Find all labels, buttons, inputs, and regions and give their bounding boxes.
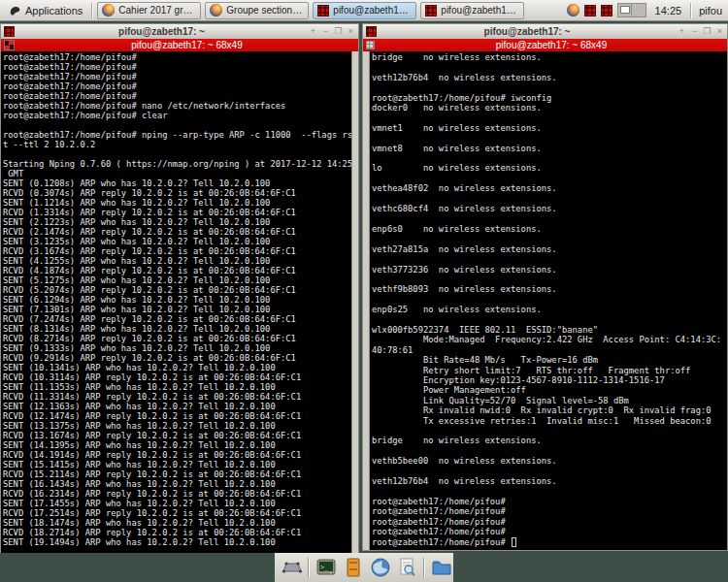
web-browser-icon[interactable] [369, 557, 391, 579]
dock-separator [423, 558, 425, 577]
dock-separator [308, 558, 310, 577]
app-icon [366, 41, 375, 49]
workspace-1[interactable] [618, 4, 633, 16]
terminal-output-right[interactable]: bridge no wireless extensions. veth12b76… [370, 51, 727, 548]
terminal-window-right: pifou@zabeth17: ~ + − ❐ × pifou@zabeth17… [362, 23, 728, 551]
task-button-cahier[interactable]: Cahier 2017 groupe n°3 ... [97, 2, 201, 19]
terminal-icon [425, 5, 437, 16]
titlebar-right[interactable]: pifou@zabeth17: ~ + − ❐ × [363, 24, 727, 39]
show-desktop-icon[interactable] [281, 557, 303, 579]
terminal-tray-icon[interactable] [584, 5, 596, 16]
applications-menu-label: Applications [25, 5, 83, 16]
document-viewer-icon[interactable] [396, 557, 418, 579]
titlebar-left[interactable]: pifou@zabeth17: ~ + − ❐ × [1, 24, 358, 39]
terminal-tab-bar-left: pifou@zabeth17: ~ 68x49 [1, 39, 358, 51]
applications-menu[interactable]: Applications [4, 3, 87, 17]
maximize-button[interactable]: ❐ [334, 27, 343, 36]
terminal-tab-label: pifou@zabeth17: ~ 68x49 [18, 40, 355, 50]
panel-separator [91, 3, 93, 18]
terminal-tray-icon[interactable] [601, 5, 612, 16]
shade-button[interactable]: + [678, 27, 686, 36]
terminal-tab-label: pifou@zabeth17: ~ 68x49 [379, 40, 724, 50]
terminal-body-right: bridge no wireless extensions. veth12b76… [363, 51, 727, 550]
terminal-icon [4, 26, 15, 37]
applications-menu-icon [9, 4, 21, 16]
close-button[interactable]: × [347, 27, 355, 36]
workspace-pager[interactable] [617, 3, 646, 17]
terminal-icon [317, 5, 329, 16]
scrollbar[interactable] [363, 51, 370, 550]
shade-button[interactable]: + [309, 27, 317, 36]
task-button-terminal-1[interactable]: pifou@zabeth17: ~ [313, 2, 416, 19]
file-cabinet-icon[interactable] [342, 557, 364, 579]
panel-separator [690, 3, 692, 18]
firefox-icon [102, 4, 115, 16]
svg-text:>_: >_ [320, 564, 329, 571]
task-button-label: Cahier 2017 groupe n°3 ... [118, 5, 196, 16]
window-controls: + − ❐ × [309, 27, 355, 36]
task-button-label: pifou@zabeth17: ~ [333, 5, 412, 16]
firefox-tray-icon[interactable] [567, 4, 579, 16]
terminal-body-left: root@zabeth17:/home/pifou# root@zabeth17… [1, 51, 358, 553]
terminal-icon [366, 26, 377, 37]
terminal-window-left: pifou@zabeth17: ~ + − ❐ × pifou@zabeth17… [0, 23, 359, 554]
minimize-button[interactable]: − [690, 27, 699, 36]
dock: >_ [275, 553, 453, 582]
bottom-panel: >_ [0, 553, 728, 582]
task-button-label: pifou@zabeth17: ~ [441, 5, 519, 16]
user-label: pifou [697, 5, 724, 16]
window-title: pifou@zabeth17: ~ [380, 26, 675, 37]
workspace-2[interactable] [632, 4, 645, 16]
system-tray: 14:25 pifou [567, 3, 724, 18]
terminal-output-left[interactable]: root@zabeth17:/home/pifou# root@zabeth17… [1, 51, 358, 548]
app-icon [4, 40, 15, 50]
task-button-label: Groupe section IMA rent... [226, 5, 304, 16]
task-button-groupe[interactable]: Groupe section IMA rent... [205, 2, 309, 19]
terminal-launcher-icon[interactable]: >_ [314, 557, 337, 579]
close-button[interactable]: × [715, 27, 724, 36]
scrollbar[interactable] [351, 51, 358, 553]
terminal-tab-bar-right: pifou@zabeth17: ~ 68x49 [363, 39, 727, 51]
workspace-window-thumb [620, 6, 630, 14]
terminal-cursor [512, 537, 516, 547]
file-manager-icon[interactable] [430, 557, 452, 579]
minimize-button[interactable]: − [321, 27, 330, 36]
maximize-button[interactable]: ❐ [703, 27, 711, 36]
window-controls: + − ❐ × [678, 27, 724, 36]
top-panel: Applications Cahier 2017 groupe n°3 ... … [0, 0, 728, 21]
window-title: pifou@zabeth17: ~ [17, 26, 306, 37]
task-button-terminal-2[interactable]: pifou@zabeth17: ~ [420, 2, 524, 19]
clock: 14:25 [651, 5, 686, 16]
desktop: Applications Cahier 2017 groupe n°3 ... … [0, 0, 728, 582]
firefox-icon [210, 4, 222, 16]
